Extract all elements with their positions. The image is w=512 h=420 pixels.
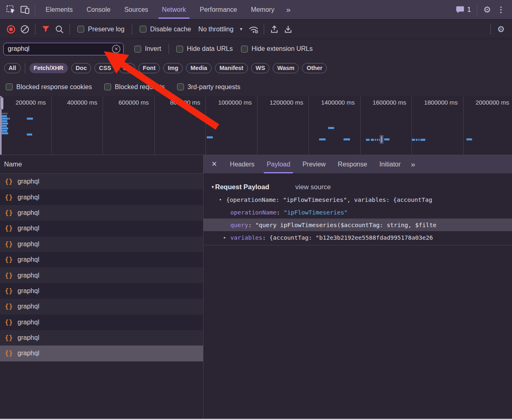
devtools-tab[interactable]: Memory	[244, 0, 281, 19]
request-waterfall-bar	[1, 125, 7, 127]
extra-filter-toggle[interactable]: Blocked requests	[100, 83, 169, 91]
devtools-tab[interactable]: Elements	[39, 0, 80, 19]
request-row[interactable]: {} graphql	[0, 205, 203, 221]
throttling-dropdown[interactable]: No throttling ▼	[195, 26, 246, 33]
filter-input-box[interactable]: ×	[3, 43, 124, 55]
payload-summary-row[interactable]: ▾ {operationName: "ipFlowTimeseries", va…	[203, 193, 512, 206]
hide-data-urls-toggle[interactable]: Hide data URLs	[172, 45, 237, 52]
filter-input[interactable]	[8, 45, 112, 52]
request-row[interactable]: {} graphql	[0, 221, 203, 236]
request-row[interactable]: {} graphql	[0, 283, 203, 299]
request-waterfall-bar	[416, 139, 418, 141]
devtools-tab[interactable]: Sources	[117, 0, 155, 19]
devtools-tab[interactable]: Network	[155, 0, 193, 19]
close-icon[interactable]: ×	[203, 159, 224, 170]
request-row[interactable]: {} graphql	[0, 315, 203, 330]
invert-toggle[interactable]: Invert	[130, 45, 165, 52]
request-type-chip[interactable]: CSS	[94, 63, 116, 73]
request-waterfall-bar	[1, 120, 7, 122]
request-name: graphql	[18, 319, 39, 326]
extra-filter-label: Blocked response cookies	[16, 83, 92, 91]
payload-line[interactable]: operationName: "ipFlowTimeseries"	[203, 206, 512, 219]
payload-line[interactable]: query: "query ipFlowTimeseries($accountT…	[203, 219, 512, 231]
request-row[interactable]: {} graphql	[0, 330, 203, 346]
details-tab[interactable]: Preview	[296, 155, 332, 174]
request-row[interactable]: {} graphql	[0, 236, 203, 252]
request-type-chip[interactable]: Manifest	[215, 63, 248, 73]
main-panels: Name {} graphql {} graphql {} graphql {}…	[0, 155, 512, 420]
filter-funnel-icon[interactable]	[39, 22, 53, 36]
search-icon[interactable]	[53, 22, 66, 36]
device-toolbar-icon[interactable]	[18, 3, 32, 17]
hide-data-urls-checkbox[interactable]	[176, 46, 183, 52]
console-messages-indicator[interactable]: 1	[453, 6, 473, 13]
payload-summary: {operationName: "ipFlowTimeseries", vari…	[226, 197, 432, 203]
message-count: 1	[467, 6, 471, 13]
details-tab[interactable]: Initiator	[373, 155, 407, 174]
extra-filter-checkbox[interactable]	[104, 83, 111, 90]
details-tab[interactable]: Response	[332, 155, 373, 174]
network-conditions-icon[interactable]	[247, 22, 260, 36]
request-type-chip[interactable]: WS	[251, 63, 269, 73]
request-name: graphql	[18, 272, 39, 279]
request-type-chip[interactable]: Img	[163, 63, 183, 73]
preserve-log-toggle[interactable]: Preserve log	[73, 26, 129, 33]
request-row[interactable]: {} graphql	[0, 346, 203, 361]
request-type-chip[interactable]: JS	[119, 63, 135, 73]
name-column-header[interactable]: Name	[0, 155, 203, 174]
more-tabs-icon[interactable]: »	[281, 5, 295, 14]
details-tab[interactable]: Headers	[224, 155, 260, 174]
request-row[interactable]: {} graphql	[0, 267, 203, 283]
disable-cache-toggle[interactable]: Disable cache	[136, 26, 195, 33]
request-type-chip[interactable]: Wasm	[273, 63, 299, 73]
details-tab[interactable]: Payload	[260, 155, 296, 174]
settings-gear-icon[interactable]: ⚙	[480, 3, 494, 17]
request-waterfall-bar	[412, 139, 415, 141]
json-braces-icon: {}	[5, 319, 13, 326]
clear-network-log-icon[interactable]	[18, 22, 32, 36]
request-row[interactable]: {} graphql	[0, 174, 203, 189]
request-type-chip[interactable]: Doc	[71, 63, 91, 73]
request-row[interactable]: {} graphql	[0, 189, 203, 205]
extra-filter-toggle[interactable]: 3rd-party requests	[173, 83, 245, 91]
record-network-log-icon[interactable]	[4, 22, 18, 36]
import-har-icon[interactable]	[267, 22, 281, 36]
details-panel: × HeadersPayloadPreviewResponseInitiator…	[203, 155, 512, 420]
hide-data-urls-label: Hide data URLs	[187, 45, 233, 52]
request-type-chip[interactable]: Font	[138, 63, 160, 73]
hide-extension-urls-toggle[interactable]: Hide extension URLs	[237, 45, 317, 52]
request-payload-section[interactable]: ▾ Request Payload view source	[203, 180, 512, 193]
request-row[interactable]: {} graphql	[0, 252, 203, 267]
timeline-scrubber-handle[interactable]	[0, 97, 4, 110]
request-row[interactable]: {} graphql	[0, 299, 203, 314]
extra-filter-toggle[interactable]: Blocked response cookies	[2, 83, 96, 91]
chip-all[interactable]: All	[4, 63, 21, 73]
inspect-element-icon[interactable]	[4, 3, 18, 17]
details-tabs: HeadersPayloadPreviewResponseInitiator	[224, 155, 407, 174]
devtools-tab[interactable]: Performance	[193, 0, 244, 19]
view-source-link[interactable]: view source	[295, 183, 331, 191]
request-type-chip[interactable]: Other	[302, 63, 327, 73]
json-braces-icon: {}	[5, 303, 13, 310]
export-har-icon[interactable]	[281, 22, 295, 36]
payload-value: "query ipFlowTimeseries($accountTag: str…	[255, 222, 436, 228]
extra-filter-checkbox[interactable]	[6, 83, 13, 90]
extra-filter-checkbox[interactable]	[177, 83, 184, 90]
triangle-right-icon: ▸	[223, 235, 226, 240]
request-type-chip[interactable]: Media	[186, 63, 212, 73]
payload-value: {accountTag: "b12e3b2192ee5588fdad995178…	[269, 234, 433, 241]
more-details-tabs-icon[interactable]: »	[407, 160, 420, 169]
disable-cache-checkbox[interactable]	[140, 26, 147, 33]
request-type-chip[interactable]: Fetch/XHR	[29, 63, 68, 73]
network-overview-timeline[interactable]: 200000 ms400000 ms600000 ms800000 ms1000…	[0, 96, 512, 155]
request-waterfall-bar	[375, 139, 376, 141]
devtools-tab[interactable]: Console	[80, 0, 118, 19]
customize-menu-icon[interactable]: ⋮	[494, 3, 508, 17]
request-waterfall-bar	[371, 139, 374, 141]
payload-line[interactable]: ▸ variables: {accountTag: "b12e3b2192ee5…	[203, 231, 512, 244]
hide-extension-urls-checkbox[interactable]	[241, 46, 248, 52]
invert-checkbox[interactable]	[134, 46, 141, 52]
network-settings-gear-icon[interactable]: ⚙	[494, 22, 508, 36]
clear-filter-icon[interactable]: ×	[112, 45, 120, 53]
preserve-log-checkbox[interactable]	[77, 26, 84, 33]
